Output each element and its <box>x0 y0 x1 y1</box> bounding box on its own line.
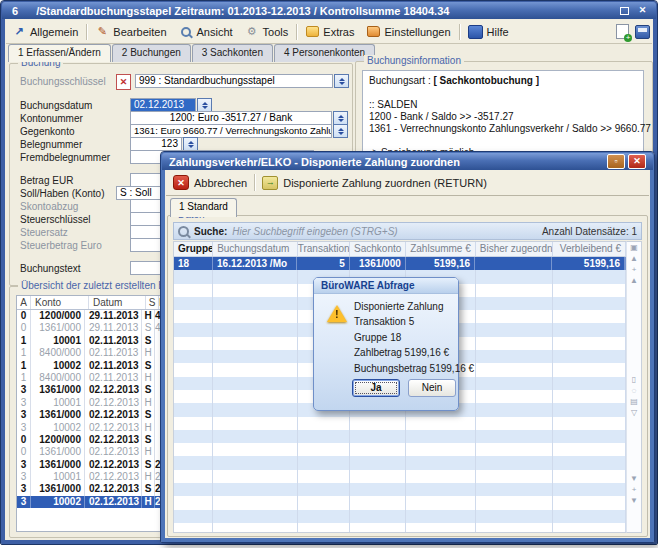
chart-icon[interactable]: ▤ <box>630 396 638 407</box>
empty-cell <box>553 496 626 509</box>
cell-datum: 02.11.2013 <box>85 335 142 347</box>
cell-konto: 1361/000 <box>31 322 85 334</box>
empty-cell <box>553 284 626 297</box>
kontonummer-field[interactable]: 1200: Euro -3517.27 / Bank <box>130 111 332 125</box>
payment-row-selected[interactable]: 18 16.12.2013 /Mo 5 1361/000 5199,16 519… <box>174 257 626 270</box>
main-titlebar[interactable]: 6 /Standardbuchungsstapel Zeitraum: 01.2… <box>2 2 656 19</box>
column-header[interactable]: Konto <box>31 296 89 309</box>
belegnummer-field[interactable]: 123 <box>130 137 182 151</box>
menu-extras[interactable]: Extras <box>299 23 360 40</box>
dropdown-spinner-icon[interactable] <box>333 124 348 138</box>
empty-cell <box>213 523 298 533</box>
scroll-up-icon[interactable]: ▲ <box>630 275 638 286</box>
empty-cell <box>213 377 298 390</box>
search-bar[interactable]: Suche: Hier Suchbegriff eingeben (STRG+S… <box>173 222 642 240</box>
dialog-title: Zahlungsverkehr/ELKO - Disponierte Zahlu… <box>169 156 604 168</box>
abbrechen-button[interactable]: ✕ Abbrechen <box>166 175 254 190</box>
nein-button[interactable]: Nein <box>408 379 456 397</box>
ja-button[interactable]: Ja <box>352 379 400 397</box>
column-header[interactable]: Gruppe <box>174 242 213 256</box>
add-icon[interactable]: + <box>632 264 637 275</box>
empty-cell <box>174 403 213 416</box>
cell-datum: 02.12.2013 <box>85 471 142 483</box>
cell-datum: 02.12.2013 <box>85 397 142 409</box>
empty-cell <box>174 284 213 297</box>
empty-cell <box>476 377 553 390</box>
column-header[interactable]: Buchungsdatum <box>213 242 298 256</box>
empty-cell <box>298 483 350 496</box>
copy-view-icon[interactable]: ▣ <box>630 242 638 253</box>
empty-cell <box>406 470 475 483</box>
cell-gruppe: 18 <box>174 257 213 270</box>
cell-a: 1 <box>17 347 31 359</box>
menu-bearbeiten[interactable]: Bearbeiten <box>89 23 172 40</box>
empty-cell <box>174 297 213 310</box>
tab-personenkonten[interactable]: 4 Personenkonten <box>274 44 375 62</box>
new-document-icon[interactable] <box>616 24 629 39</box>
cell-konto: 1361/000 <box>31 459 85 471</box>
cell-s: S <box>142 409 155 421</box>
clear-icon[interactable]: ✕ <box>116 74 131 90</box>
scroll-down-icon[interactable]: ▼ <box>630 473 638 484</box>
close-icon[interactable]: ✕ <box>628 154 646 169</box>
column-header[interactable]: Zahlsumme € <box>406 242 475 256</box>
date-spinner-icon[interactable] <box>197 98 212 112</box>
empty-cell <box>476 483 553 496</box>
empty-cell <box>350 483 406 496</box>
search-small-icon[interactable]: ◌ <box>632 385 637 396</box>
number-spinner-icon[interactable] <box>183 137 198 151</box>
buchungsschluessel-field[interactable]: 999 : Standardbuchungsstapel <box>135 74 333 88</box>
column-header[interactable]: Bisher zugeordnet <box>476 242 553 256</box>
menu-allgemein[interactable]: Allgemein <box>6 23 84 40</box>
save-icon[interactable] <box>635 25 650 39</box>
dropdown-spinner-icon[interactable] <box>333 111 348 125</box>
restore-icon[interactable]: ▫ <box>607 154 625 169</box>
close-icon[interactable]: ✕ <box>635 5 650 17</box>
column-header[interactable]: A <box>17 296 31 309</box>
menu-tools[interactable]: Tools <box>239 23 295 40</box>
cell-konto: 1361/000 <box>31 446 85 458</box>
empty-cell <box>298 417 350 430</box>
menu-hilfe[interactable]: Hilfe <box>462 23 515 41</box>
tab-standard[interactable]: 1 Standard <box>170 198 237 217</box>
cell-datum: 29.11.2013 <box>85 310 142 322</box>
column-header[interactable]: Verbleibend € <box>553 242 626 256</box>
tab-buchungen[interactable]: 2 Buchungen <box>112 44 191 62</box>
filter-icon[interactable]: ▽ <box>631 407 637 418</box>
cell-datum: 02.11.2013 <box>85 372 142 384</box>
menu-einstellungen[interactable]: Einstellungen <box>360 23 456 40</box>
popup-titlebar[interactable]: BüroWARE Abfrage <box>314 278 458 294</box>
empty-cell <box>476 403 553 416</box>
gegenkonto-field[interactable]: 1361: Euro 9660.77 / Verrechnungskonto Z… <box>130 124 332 138</box>
column-header[interactable]: Sachkonto <box>350 242 406 256</box>
cell-a: 3 <box>17 397 31 409</box>
column-header[interactable]: Transaktion <box>298 242 350 256</box>
dropdown-spinner-icon[interactable] <box>334 74 349 88</box>
empty-row <box>174 523 626 533</box>
scroll-bottom-icon[interactable]: ▼ <box>630 495 638 506</box>
pause-icon[interactable]: ▯ <box>632 374 636 385</box>
cell-s: S <box>142 335 155 347</box>
empty-cell <box>553 297 626 310</box>
scroll-top-icon[interactable]: ▲ <box>630 253 638 264</box>
zuordnen-button[interactable]: → Disponierte Zahlung zuordnen (RETURN) <box>255 176 494 190</box>
dialog-titlebar[interactable]: Zahlungsverkehr/ELKO - Disponierte Zahlu… <box>162 153 653 170</box>
empty-cell <box>476 284 553 297</box>
empty-cell <box>476 430 553 443</box>
buchungsinformation-group-title: Buchungsinformation <box>364 55 464 66</box>
tab-sachkonten[interactable]: 3 Sachkonten <box>192 44 273 62</box>
column-header[interactable]: Datum <box>89 296 146 309</box>
restore-icon[interactable] <box>617 5 632 17</box>
empty-cell <box>213 456 298 469</box>
menu-ansicht[interactable]: Ansicht <box>173 23 239 40</box>
search-input[interactable]: Hier Suchbegriff eingeben (STRG+S) <box>232 226 542 237</box>
tab-erfassen-aendern[interactable]: 1 Erfassen/Ändern <box>8 44 111 62</box>
empty-row <box>174 510 626 523</box>
empty-cell <box>476 297 553 310</box>
arrow-ne-icon <box>12 25 26 38</box>
cell-datum: 02.12.2013 <box>85 422 142 434</box>
column-header[interactable]: S <box>146 296 159 309</box>
add-icon[interactable]: + <box>632 484 637 495</box>
menu-label: Allgemein <box>30 26 78 38</box>
buchungsdatum-field[interactable]: 02.12.2013 <box>130 98 196 112</box>
